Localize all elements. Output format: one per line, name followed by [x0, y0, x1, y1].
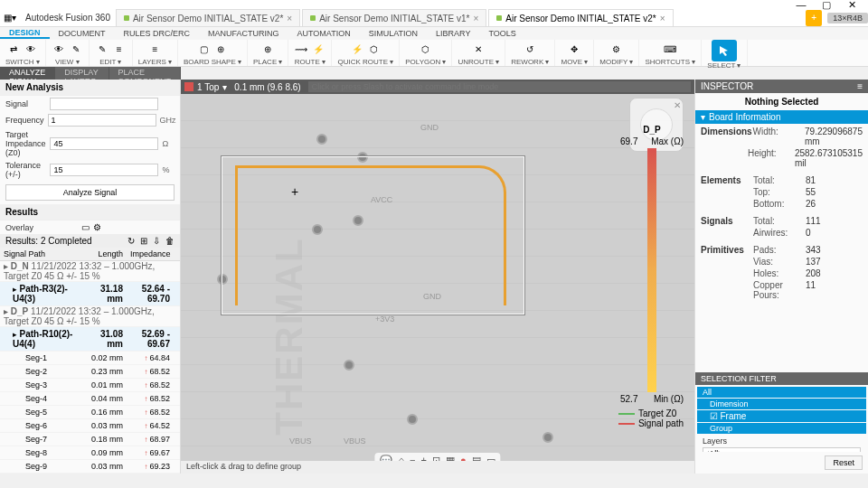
result-group-row[interactable]: ▸ D_N 11/21/2022 13:32 – 1.000GHz, Targe… — [0, 261, 180, 282]
command-line-input[interactable] — [308, 81, 691, 92]
tool-group-label: SWITCH ▾ — [5, 58, 40, 66]
sub-tab-display-layers[interactable]: DISPLAY LAYERS — [55, 67, 108, 80]
refresh-icon[interactable]: ↻ — [127, 236, 135, 246]
filter-item-group[interactable]: Group — [697, 423, 866, 434]
tool-icon[interactable]: ✎ — [69, 42, 83, 56]
ribbon-tab-rules drc/erc[interactable]: RULES DRC/ERC — [115, 29, 200, 38]
tool-group-label: POLYGON ▾ — [405, 58, 446, 66]
info-value: 137 — [806, 257, 863, 267]
sub-tab-place-component[interactable]: PLACE COMPONENT — [109, 67, 182, 80]
tool-icon[interactable]: ⌨ — [663, 42, 677, 56]
close-tab-icon[interactable]: × — [287, 14, 292, 23]
ribbon-tab-simulation[interactable]: SIMULATION — [360, 29, 427, 38]
layer-color-swatch — [184, 82, 193, 91]
overlay-toggle-icon[interactable]: ▭ — [81, 222, 90, 232]
result-group-row[interactable]: ▸ D_P 11/21/2022 13:32 – 1.000GHz, Targe… — [0, 306, 180, 327]
pcb-canvas[interactable]: 1 Top ▾ 0.1 mm (9.6 8.6) THERMAL AVCC GN… — [181, 80, 694, 474]
select-tool-button[interactable] — [712, 40, 737, 61]
export-icon[interactable]: ⇩ — [153, 236, 160, 246]
segment-row[interactable]: Seg-70.18 mm↑68.97 — [0, 433, 180, 446]
tool-icon[interactable]: ≡ — [147, 42, 162, 56]
segment-row[interactable]: Seg-20.23 mm↑68.52 — [0, 365, 180, 379]
legend-label: Signal path — [638, 418, 684, 428]
file-tab[interactable]: Air Sensor Demo INITIAL_STATE v2*× — [488, 9, 673, 26]
frequency-input[interactable] — [48, 114, 156, 127]
path-name: ▸ Path-R10(2)-U4(4) — [0, 327, 81, 351]
signal-input[interactable] — [50, 98, 158, 110]
tool-icon[interactable]: 👁 — [52, 42, 66, 56]
segment-row[interactable]: Seg-40.04 mm↑68.52 — [0, 392, 180, 406]
maximize-button[interactable]: ▢ — [814, 0, 839, 11]
ribbon-tab-tools[interactable]: TOOLS — [479, 29, 524, 38]
chevron-down-icon: ▾ — [701, 112, 705, 122]
tool-icon[interactable]: ▢ — [196, 42, 211, 56]
segment-row[interactable]: Seg-60.03 mm↑64.52 — [0, 419, 180, 433]
nothing-selected-label: Nothing Selected — [695, 93, 868, 110]
tool-group-layers: ≡LAYERS ▾ — [133, 40, 178, 66]
tool-icon[interactable]: ✎ — [95, 42, 109, 56]
new-tab-button[interactable]: + — [806, 10, 822, 26]
segment-row[interactable]: Seg-90.03 mm↑69.23 — [0, 460, 180, 474]
view-cube-close-icon[interactable]: ✕ — [674, 100, 681, 110]
tool-icon[interactable]: ⊕ — [213, 42, 228, 56]
target-impedance-z--input[interactable] — [50, 137, 158, 150]
info-key: Pads: — [753, 245, 806, 255]
app-menu-icon[interactable]: ▦▾ — [0, 13, 20, 23]
results-header: Results — [0, 204, 180, 221]
filter-item-all[interactable]: All — [697, 387, 866, 398]
ribbon-tab-library[interactable]: LIBRARY — [427, 29, 479, 38]
info-category — [701, 257, 753, 267]
segment-row[interactable]: Seg-80.09 mm↑69.67 — [0, 446, 180, 460]
analyze-signal-button[interactable]: Analyze Signal — [5, 184, 175, 201]
segment-name: Seg-1 — [0, 352, 81, 364]
tool-icon[interactable]: ⊕ — [260, 42, 275, 56]
delete-icon[interactable]: 🗑 — [165, 236, 175, 246]
result-path-row[interactable]: ▸ Path-R10(2)-U4(4)31.08 mm52.69 - 69.67 — [0, 327, 180, 352]
tool-icon[interactable]: ⇄ — [6, 42, 21, 56]
tool-icon[interactable]: ⚡ — [311, 42, 326, 56]
layer-selector[interactable]: 1 Top ▾ — [184, 82, 227, 92]
segment-row[interactable]: Seg-10.02 mm↑64.84 — [0, 352, 180, 365]
reset-filter-button[interactable]: Reset — [825, 455, 863, 470]
form-unit: % — [162, 165, 175, 174]
tool-icon[interactable]: ⚙ — [609, 42, 624, 56]
close-tab-icon[interactable]: × — [660, 14, 665, 23]
tool-icon[interactable]: ≡ — [112, 42, 127, 56]
layer-filter-select[interactable] — [703, 447, 861, 453]
info-key: Height: — [748, 148, 795, 168]
segment-row[interactable]: Seg-50.16 mm↑68.52 — [0, 406, 180, 419]
file-tab[interactable]: Air Sensor Demo INITIAL_STATE v1*× — [302, 9, 486, 26]
filter-item-frame[interactable]: ☑ Frame — [697, 410, 866, 422]
close-window-button[interactable]: ✕ — [839, 0, 864, 11]
tool-icon[interactable]: ✥ — [567, 42, 581, 56]
segment-row[interactable]: Seg-30.01 mm↑68.52 — [0, 379, 180, 392]
file-tab[interactable]: Air Sensor Demo INITIAL_STATE v2*× — [116, 9, 300, 26]
expand-icon[interactable]: ⊞ — [140, 236, 147, 246]
tool-icon[interactable]: ⟿ — [294, 42, 308, 56]
tool-icon[interactable]: 👁 — [24, 42, 38, 56]
tool-icon[interactable]: ⬡ — [419, 42, 433, 56]
overlay-settings-icon[interactable]: ⚙ — [93, 222, 101, 232]
tool-icon[interactable]: ⬡ — [367, 42, 382, 56]
ribbon-tab-automation[interactable]: AUTOMATION — [288, 29, 360, 38]
tool-icon[interactable]: ✕ — [471, 42, 486, 56]
results-table: Signal Path Length Impedance ▸ D_N 11/21… — [0, 248, 180, 474]
sub-tab-analyze-signal[interactable]: ANALYZE SIGNAL — [0, 67, 55, 80]
layer-bar: 1 Top ▾ 0.1 mm (9.6 8.6) — [181, 80, 694, 94]
ribbon-tab-manufacturing[interactable]: MANUFACTURING — [199, 29, 288, 38]
results-count-bar: Results: 2 Completed ↻ ⊞ ⇩ 🗑 — [0, 234, 180, 248]
tool-group-route: ⟿⚡ROUTE ▾ — [288, 40, 332, 66]
inspector-collapse-icon[interactable]: ≡ — [857, 81, 863, 91]
tool-icon[interactable]: ↺ — [523, 42, 537, 56]
tool-icon[interactable]: ⚡ — [350, 42, 364, 56]
close-tab-icon[interactable]: × — [474, 14, 479, 23]
file-tabs: Air Sensor Demo INITIAL_STATE v2*×Air Se… — [116, 9, 806, 26]
filter-item-dimension[interactable]: Dimension — [697, 399, 866, 409]
trace-legend: Target Z0Signal path — [618, 408, 684, 428]
board-info-header[interactable]: ▾ Board Information — [695, 110, 868, 124]
tolerance--input[interactable] — [50, 164, 158, 176]
info-key: Total: — [753, 175, 806, 185]
ribbon-tab-document[interactable]: DOCUMENT — [50, 29, 115, 38]
result-path-row[interactable]: ▸ Path-R3(2)-U4(3)31.18 mm52.64 - 69.70 — [0, 282, 180, 306]
ribbon-tab-design[interactable]: DESIGN — [0, 28, 50, 39]
